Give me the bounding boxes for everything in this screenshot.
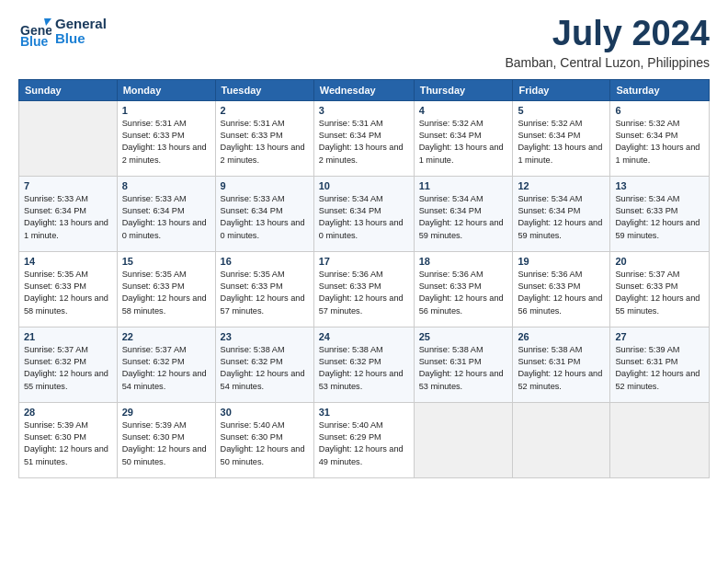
- day-detail: Sunrise: 5:36 AMSunset: 6:33 PMDaylight:…: [419, 269, 508, 317]
- day-detail: Sunrise: 5:32 AMSunset: 6:34 PMDaylight:…: [615, 118, 704, 167]
- month-title: July 2024: [505, 15, 710, 53]
- day-number: 13: [615, 180, 704, 191]
- weekday-header: Tuesday: [215, 79, 313, 100]
- calendar-week-row: 7Sunrise: 5:33 AMSunset: 6:34 PMDaylight…: [19, 176, 710, 251]
- day-detail: Sunrise: 5:36 AMSunset: 6:33 PMDaylight:…: [319, 269, 409, 317]
- day-detail: Sunrise: 5:36 AMSunset: 6:33 PMDaylight:…: [518, 269, 605, 317]
- calendar-cell: 24Sunrise: 5:38 AMSunset: 6:32 PMDayligh…: [313, 327, 414, 402]
- calendar-cell: 11Sunrise: 5:34 AMSunset: 6:34 PMDayligh…: [414, 176, 513, 251]
- day-number: 1: [122, 105, 210, 116]
- calendar-week-row: 28Sunrise: 5:39 AMSunset: 6:30 PMDayligh…: [19, 402, 710, 477]
- day-detail: Sunrise: 5:34 AMSunset: 6:34 PMDaylight:…: [319, 193, 409, 242]
- calendar-cell: 28Sunrise: 5:39 AMSunset: 6:30 PMDayligh…: [19, 402, 118, 477]
- day-number: 12: [518, 180, 605, 191]
- day-detail: Sunrise: 5:33 AMSunset: 6:34 PMDaylight:…: [122, 193, 210, 242]
- day-number: 14: [24, 256, 112, 267]
- calendar-cell: 6Sunrise: 5:32 AMSunset: 6:34 PMDaylight…: [610, 100, 710, 176]
- day-detail: Sunrise: 5:33 AMSunset: 6:34 PMDaylight:…: [221, 193, 309, 242]
- day-detail: Sunrise: 5:40 AMSunset: 6:30 PMDaylight:…: [221, 419, 309, 468]
- day-number: 21: [24, 331, 112, 342]
- logo: General Blue General Blue: [18, 15, 107, 48]
- day-detail: Sunrise: 5:32 AMSunset: 6:34 PMDaylight:…: [419, 118, 508, 167]
- calendar-cell: 2Sunrise: 5:31 AMSunset: 6:33 PMDaylight…: [215, 100, 313, 176]
- day-number: 28: [24, 407, 112, 418]
- weekday-header: Thursday: [414, 79, 513, 100]
- day-detail: Sunrise: 5:38 AMSunset: 6:32 PMDaylight:…: [221, 344, 309, 393]
- day-detail: Sunrise: 5:35 AMSunset: 6:33 PMDaylight:…: [24, 269, 112, 317]
- day-detail: Sunrise: 5:40 AMSunset: 6:29 PMDaylight:…: [319, 419, 409, 468]
- calendar-cell: 8Sunrise: 5:33 AMSunset: 6:34 PMDaylight…: [117, 176, 215, 251]
- calendar-cell: 26Sunrise: 5:38 AMSunset: 6:31 PMDayligh…: [513, 327, 610, 402]
- calendar-cell: 25Sunrise: 5:38 AMSunset: 6:31 PMDayligh…: [414, 327, 513, 402]
- day-detail: Sunrise: 5:34 AMSunset: 6:34 PMDaylight:…: [419, 193, 508, 242]
- calendar-cell: 29Sunrise: 5:39 AMSunset: 6:30 PMDayligh…: [117, 402, 215, 477]
- logo-icon: General Blue: [18, 15, 51, 48]
- day-detail: Sunrise: 5:34 AMSunset: 6:33 PMDaylight:…: [615, 193, 704, 242]
- calendar-cell: 14Sunrise: 5:35 AMSunset: 6:33 PMDayligh…: [19, 251, 118, 327]
- day-detail: Sunrise: 5:33 AMSunset: 6:34 PMDaylight:…: [24, 193, 112, 242]
- day-number: 31: [319, 407, 409, 418]
- calendar-cell: 20Sunrise: 5:37 AMSunset: 6:33 PMDayligh…: [610, 251, 710, 327]
- day-detail: Sunrise: 5:37 AMSunset: 6:32 PMDaylight:…: [122, 344, 210, 393]
- weekday-header: Sunday: [19, 79, 118, 100]
- calendar-cell: 13Sunrise: 5:34 AMSunset: 6:33 PMDayligh…: [610, 176, 710, 251]
- day-number: 2: [221, 105, 309, 116]
- day-number: 26: [518, 331, 605, 342]
- calendar-cell: [610, 402, 710, 477]
- day-number: 30: [221, 407, 309, 418]
- day-detail: Sunrise: 5:35 AMSunset: 6:33 PMDaylight:…: [221, 269, 309, 317]
- day-detail: Sunrise: 5:38 AMSunset: 6:31 PMDaylight:…: [518, 344, 605, 393]
- calendar-cell: 15Sunrise: 5:35 AMSunset: 6:33 PMDayligh…: [117, 251, 215, 327]
- calendar-cell: 1Sunrise: 5:31 AMSunset: 6:33 PMDaylight…: [117, 100, 215, 176]
- weekday-header: Saturday: [610, 79, 710, 100]
- day-number: 22: [122, 331, 210, 342]
- day-number: 20: [615, 256, 704, 267]
- day-detail: Sunrise: 5:39 AMSunset: 6:30 PMDaylight:…: [24, 419, 112, 468]
- day-detail: Sunrise: 5:39 AMSunset: 6:31 PMDaylight:…: [615, 344, 704, 393]
- day-number: 29: [122, 407, 210, 418]
- day-number: 23: [221, 331, 309, 342]
- title-area: July 2024 Bamban, Central Luzon, Philipp…: [505, 15, 710, 70]
- calendar-cell: 19Sunrise: 5:36 AMSunset: 6:33 PMDayligh…: [513, 251, 610, 327]
- day-detail: Sunrise: 5:37 AMSunset: 6:33 PMDaylight:…: [615, 269, 704, 317]
- day-detail: Sunrise: 5:31 AMSunset: 6:33 PMDaylight:…: [122, 118, 210, 167]
- day-number: 6: [615, 105, 704, 116]
- day-number: 4: [419, 105, 508, 116]
- location: Bamban, Central Luzon, Philippines: [505, 55, 710, 70]
- day-number: 17: [319, 256, 409, 267]
- weekday-header-row: SundayMondayTuesdayWednesdayThursdayFrid…: [19, 79, 710, 100]
- calendar-cell: 21Sunrise: 5:37 AMSunset: 6:32 PMDayligh…: [19, 327, 118, 402]
- calendar-cell: [513, 402, 610, 477]
- day-number: 19: [518, 256, 605, 267]
- day-number: 27: [615, 331, 704, 342]
- day-detail: Sunrise: 5:34 AMSunset: 6:34 PMDaylight:…: [518, 193, 605, 242]
- calendar-cell: [414, 402, 513, 477]
- day-detail: Sunrise: 5:32 AMSunset: 6:34 PMDaylight:…: [518, 118, 605, 167]
- calendar-cell: 10Sunrise: 5:34 AMSunset: 6:34 PMDayligh…: [313, 176, 414, 251]
- day-number: 15: [122, 256, 210, 267]
- weekday-header: Wednesday: [313, 79, 414, 100]
- calendar-cell: 12Sunrise: 5:34 AMSunset: 6:34 PMDayligh…: [513, 176, 610, 251]
- calendar-cell: 22Sunrise: 5:37 AMSunset: 6:32 PMDayligh…: [117, 327, 215, 402]
- calendar-cell: 4Sunrise: 5:32 AMSunset: 6:34 PMDaylight…: [414, 100, 513, 176]
- day-detail: Sunrise: 5:31 AMSunset: 6:34 PMDaylight:…: [319, 118, 409, 167]
- day-number: 16: [221, 256, 309, 267]
- calendar-cell: 23Sunrise: 5:38 AMSunset: 6:32 PMDayligh…: [215, 327, 313, 402]
- day-detail: Sunrise: 5:38 AMSunset: 6:32 PMDaylight:…: [319, 344, 409, 393]
- calendar-cell: 31Sunrise: 5:40 AMSunset: 6:29 PMDayligh…: [313, 402, 414, 477]
- logo-text-line2: Blue: [55, 31, 107, 47]
- day-detail: Sunrise: 5:38 AMSunset: 6:31 PMDaylight:…: [419, 344, 508, 393]
- calendar-week-row: 1Sunrise: 5:31 AMSunset: 6:33 PMDaylight…: [19, 100, 710, 176]
- header: General Blue General Blue July 2024 Bamb…: [18, 15, 710, 70]
- calendar-cell: 5Sunrise: 5:32 AMSunset: 6:34 PMDaylight…: [513, 100, 610, 176]
- day-number: 7: [24, 180, 112, 191]
- day-number: 5: [518, 105, 605, 116]
- day-number: 10: [319, 180, 409, 191]
- weekday-header: Friday: [513, 79, 610, 100]
- calendar-cell: 17Sunrise: 5:36 AMSunset: 6:33 PMDayligh…: [313, 251, 414, 327]
- day-number: 9: [221, 180, 309, 191]
- day-number: 3: [319, 105, 409, 116]
- day-number: 11: [419, 180, 508, 191]
- day-number: 18: [419, 256, 508, 267]
- calendar-table: SundayMondayTuesdayWednesdayThursdayFrid…: [18, 79, 710, 478]
